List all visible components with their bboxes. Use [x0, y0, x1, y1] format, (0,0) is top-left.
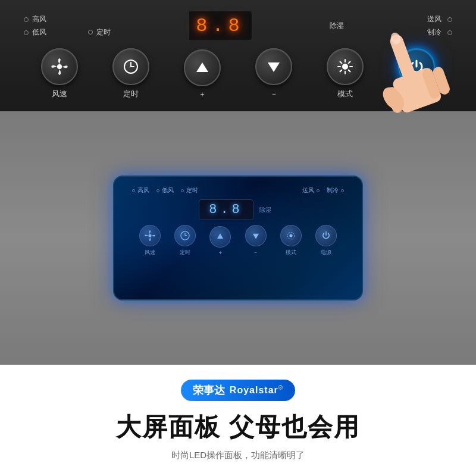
- screen-dehumid-label: 除湿: [259, 206, 271, 214]
- screen-mode-label: 模式: [286, 249, 296, 256]
- top-panel: 高风 低风 定时 8.8 除湿: [0, 0, 476, 111]
- svg-point-0: [57, 64, 62, 69]
- svg-marker-5: [268, 62, 280, 72]
- status-low-wind: 低风: [24, 27, 46, 37]
- screen-minus-btn: －: [245, 225, 267, 256]
- screen-timer-label: 定时: [180, 249, 190, 256]
- screen-plus-btn: +: [209, 226, 231, 256]
- fan-icon: [50, 57, 69, 76]
- timer-btn-group: 定时: [112, 48, 149, 99]
- screen-led-2: [156, 189, 159, 192]
- status-dehumid: 除湿: [330, 21, 344, 31]
- minus-button[interactable]: [255, 48, 292, 85]
- brand-cn-name: 荣事达: [193, 383, 225, 397]
- screen-fan-btn: 风速: [139, 225, 161, 256]
- screen-timer: 定时: [181, 186, 198, 195]
- screen-timer-circle: [174, 225, 196, 246]
- screen-minus-circle: [245, 225, 267, 246]
- screen-buttons-row: 风速 定时: [132, 225, 344, 256]
- screen-power-btn: 电源: [315, 225, 337, 256]
- screen-plus-label: +: [219, 250, 222, 256]
- screen-cool: 制冷: [327, 186, 344, 195]
- svg-point-6: [342, 64, 348, 70]
- svg-marker-19: [217, 233, 223, 239]
- page-wrapper: 高风 低风 定时 8.8 除湿: [0, 0, 476, 476]
- status-high-wind: 高风: [24, 14, 46, 24]
- brand-badge: 荣事达 Royalstar®: [181, 380, 295, 401]
- digital-display: 8.8: [188, 11, 252, 41]
- status-timer: 定时: [88, 27, 111, 37]
- main-slogan: 大屏面板 父母也会用: [116, 411, 360, 444]
- screen-led-5: [341, 189, 344, 192]
- screen-timer-btn: 定时: [174, 225, 196, 256]
- screen-panel: 高风 低风 定时 送风: [113, 176, 363, 300]
- minus-btn-group: －: [255, 48, 292, 99]
- svg-marker-20: [252, 234, 258, 239]
- screen-led-3: [181, 189, 184, 192]
- segment-value: 8.8: [196, 15, 245, 37]
- screen-led-4: [317, 189, 320, 192]
- timer-label: 定时: [123, 89, 139, 99]
- screen-segment-value: 8.8: [209, 202, 243, 217]
- hand-svg: [351, 12, 458, 119]
- screen-high-wind: 高风: [132, 186, 149, 195]
- fan-speed-label: 风速: [52, 89, 67, 99]
- up-arrow-icon: [194, 60, 211, 76]
- svg-point-15: [148, 234, 151, 237]
- screen-status-row: 高风 低风 定时 送风: [132, 186, 344, 195]
- down-arrow-icon: [265, 58, 282, 75]
- screen-plus-circle: [209, 226, 231, 248]
- label-timer: 定时: [96, 27, 111, 37]
- minus-label: －: [270, 89, 278, 99]
- brand-registered: ®: [278, 384, 283, 391]
- screen-power-label: 电源: [321, 249, 331, 256]
- hand-overlay: [351, 12, 458, 119]
- svg-marker-4: [196, 62, 208, 72]
- led-timer: [88, 30, 93, 35]
- fan-speed-button[interactable]: [41, 48, 78, 85]
- label-low-wind: 低风: [32, 27, 46, 37]
- bottom-section: 荣事达 Royalstar® 大屏面板 父母也会用 时尚LED操作面板，功能清晰…: [0, 365, 476, 476]
- screen-power-circle: [315, 225, 337, 246]
- led-low-wind: [24, 30, 29, 35]
- brand-en-name: Royalstar®: [230, 384, 283, 396]
- timer-button[interactable]: [112, 48, 149, 85]
- screen-send-wind: 送风: [302, 186, 320, 195]
- screen-display-area: 8.8 除湿: [132, 199, 344, 220]
- fan-speed-btn-group: 风速: [41, 48, 78, 99]
- middle-section: 高风 低风 定时 送风: [0, 111, 476, 365]
- sub-slogan: 时尚LED操作面板，功能清晰明了: [171, 450, 305, 461]
- screen-mode-btn: 模式: [280, 225, 302, 256]
- label-dehumid: 除湿: [330, 21, 344, 31]
- screen-fan-label: 风速: [145, 249, 155, 256]
- plus-btn-group: +: [184, 49, 221, 99]
- screen-low-wind: 低风: [156, 186, 174, 195]
- screen-mode-circle: [280, 225, 302, 246]
- svg-point-21: [289, 234, 292, 237]
- screen-led-1: [132, 189, 135, 192]
- brand-en-text: Royalstar: [230, 386, 278, 396]
- plus-label: +: [200, 90, 205, 99]
- screen-fan-circle: [139, 225, 161, 246]
- screen-minus-label: －: [253, 249, 258, 256]
- led-high-wind: [24, 17, 29, 22]
- clock-icon: [123, 58, 139, 75]
- label-high-wind: 高风: [32, 14, 46, 24]
- plus-button[interactable]: [184, 49, 221, 86]
